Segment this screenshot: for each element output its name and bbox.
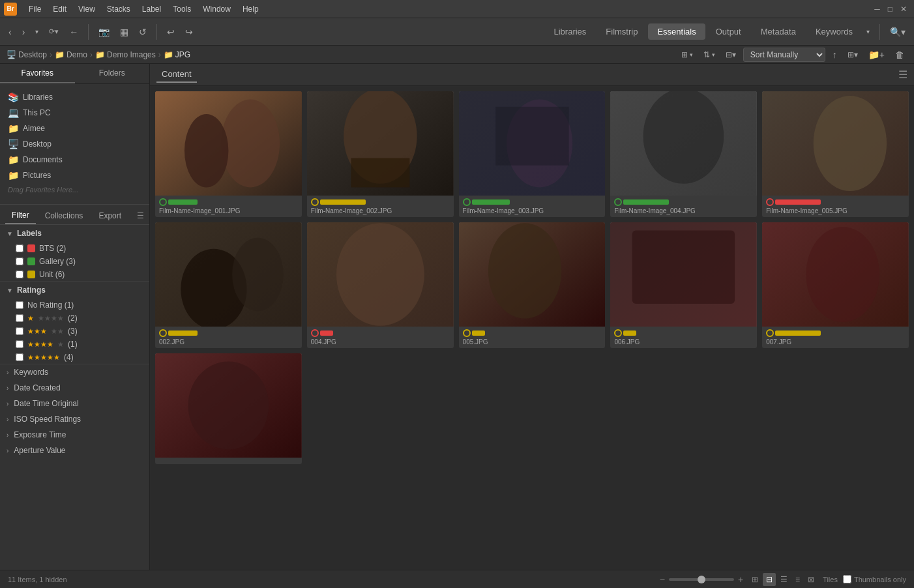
sort-options-button[interactable]: ⇅▾	[700, 48, 718, 61]
zoom-slider[interactable]	[669, 578, 734, 581]
zoom-out-button[interactable]: −	[660, 574, 665, 585]
fav-this-pc[interactable]: 💻 This PC	[0, 105, 149, 121]
menu-tools[interactable]: Tools	[168, 3, 196, 15]
fav-documents[interactable]: 📁 Documents	[0, 152, 149, 168]
filter-panel-menu[interactable]: ☰	[137, 211, 144, 220]
rotate-ccw-button[interactable]: ↺	[136, 25, 150, 39]
nav-dropdown-button[interactable]: ▾	[32, 26, 42, 37]
maximize-button[interactable]: □	[885, 3, 896, 16]
get-photos-button[interactable]: 📷	[95, 25, 113, 39]
rating-1star[interactable]: ★★★★★ (2)	[0, 312, 149, 325]
view-panel-button[interactable]: ⊞▾	[844, 48, 861, 61]
keywords-section-item[interactable]: › Keywords	[0, 364, 149, 380]
thumb-008[interactable]: 005.JPG	[459, 222, 606, 348]
sort-asc-button[interactable]: ↑	[829, 48, 840, 62]
tab-keywords[interactable]: Keywords	[806, 23, 862, 40]
thumbnails-only-label[interactable]: Thumbnails only	[843, 575, 906, 583]
rating-3star-checkbox[interactable]	[16, 327, 23, 335]
tab-output[interactable]: Output	[707, 23, 750, 40]
thumb-006[interactable]: 002.JPG	[155, 222, 302, 348]
nav-back-button[interactable]: ‹	[5, 25, 15, 39]
aperture-value-section-item[interactable]: › Aperture Value	[0, 443, 149, 458]
fav-aimee[interactable]: 📁 Aimee	[0, 121, 149, 136]
label-gallery[interactable]: Gallery (3)	[0, 255, 149, 268]
rating-3star[interactable]: ★★★★★ (3)	[0, 325, 149, 338]
date-created-section-item[interactable]: › Date Created	[0, 380, 149, 396]
thumb-004[interactable]: Film-Name-Image_004.JPG	[610, 91, 757, 217]
rating-1star-checkbox[interactable]	[16, 314, 23, 322]
breadcrumb-demo[interactable]: 📁 Demo	[55, 50, 87, 59]
filter-button[interactable]: ⊟▾	[722, 48, 739, 61]
zoom-in-button[interactable]: +	[738, 574, 743, 585]
tab-filter[interactable]: Filter	[5, 207, 36, 224]
menu-stacks[interactable]: Stacks	[102, 3, 136, 15]
rating-no-rating[interactable]: No Rating (1)	[0, 299, 149, 312]
breadcrumb-jpg[interactable]: 📁 JPG	[164, 50, 190, 59]
tab-filmstrip[interactable]: Filmstrip	[597, 23, 647, 40]
exposure-time-section-item[interactable]: › Exposure Time	[0, 427, 149, 443]
breadcrumb-demo-images[interactable]: 📁 Demo Images	[95, 50, 156, 59]
tab-libraries[interactable]: Libraries	[544, 23, 595, 40]
content-header-tab[interactable]: Content	[156, 66, 197, 83]
view-detail2-button[interactable]: ⊠	[804, 573, 818, 586]
close-button[interactable]: ✕	[897, 3, 910, 16]
label-bts[interactable]: BTS (2)	[0, 242, 149, 255]
filter-options-button[interactable]: ⊞▾	[678, 48, 696, 61]
thumb-007[interactable]: 004.JPG	[307, 222, 454, 348]
sort-select[interactable]: Sort ManuallyBy FilenameBy Date CreatedB…	[743, 48, 825, 62]
thumb-010[interactable]: 007.JPG	[762, 222, 909, 348]
menu-window[interactable]: Window	[198, 3, 236, 15]
thumb-011[interactable]	[155, 353, 302, 464]
back-button[interactable]: ←	[66, 25, 81, 39]
view-grid-large-button[interactable]: ⊞	[748, 573, 761, 586]
ratings-section-header[interactable]: ▼ Ratings	[0, 282, 149, 299]
thumb-001[interactable]: Film-Name-Image_001.JPG	[155, 91, 302, 217]
tab-export[interactable]: Export	[92, 208, 128, 224]
tab-collections[interactable]: Collections	[38, 208, 90, 224]
fav-libraries[interactable]: 📚 Libraries	[0, 89, 149, 105]
label-unit[interactable]: Unit (6)	[0, 268, 149, 281]
fav-desktop[interactable]: 🖥️ Desktop	[0, 136, 149, 152]
tab-folders[interactable]: Folders	[75, 64, 150, 83]
label-gallery-checkbox[interactable]	[16, 257, 23, 265]
rating-5star[interactable]: ★★★★★ (4)	[0, 351, 149, 364]
tab-favorites[interactable]: Favorites	[0, 64, 75, 83]
thumb-005[interactable]: Film-Name-Image_005.JPG	[762, 91, 909, 217]
rating-4star[interactable]: ★★★★★ (1)	[0, 338, 149, 351]
add-folder-button[interactable]: 📁+	[865, 48, 888, 62]
undo-button[interactable]: ↩	[164, 25, 178, 39]
thumb-002[interactable]: Film-Name-Image_002.JPG	[307, 91, 454, 217]
recent-files-button[interactable]: ⟳▾	[46, 25, 62, 38]
date-time-original-section-item[interactable]: › Date Time Original	[0, 396, 149, 411]
view-detail-button[interactable]: ≡	[792, 573, 803, 586]
view-list-button[interactable]: ☰	[777, 573, 791, 586]
batch-rename-button[interactable]: ▦	[117, 25, 132, 39]
minimize-button[interactable]: ─	[871, 3, 883, 16]
tab-essentials[interactable]: Essentials	[648, 23, 705, 40]
content-panel-menu[interactable]: ☰	[898, 68, 907, 81]
nav-forward-button[interactable]: ›	[19, 25, 29, 39]
search-button[interactable]: 🔍▾	[887, 25, 909, 39]
thumbnails-only-checkbox[interactable]	[843, 575, 851, 583]
menu-help[interactable]: Help	[237, 3, 264, 15]
labels-section-header[interactable]: ▼ Labels	[0, 225, 149, 242]
iso-speed-section-item[interactable]: › ISO Speed Ratings	[0, 411, 149, 427]
more-tabs-button[interactable]: ▾	[863, 26, 873, 37]
thumb-003[interactable]: Film-Name-Image_003.JPG	[459, 91, 606, 217]
label-unit-checkbox[interactable]	[16, 271, 23, 278]
tab-metadata[interactable]: Metadata	[752, 23, 805, 40]
view-grid-medium-button[interactable]: ⊟	[763, 573, 776, 586]
breadcrumb-desktop[interactable]: 🖥️ Desktop	[7, 50, 47, 59]
rating-5star-checkbox[interactable]	[16, 353, 23, 361]
thumb-009[interactable]: 006.JPG	[610, 222, 757, 348]
redo-button[interactable]: ↪	[182, 25, 196, 39]
menu-file[interactable]: File	[23, 3, 46, 15]
menu-view[interactable]: View	[73, 3, 100, 15]
rating-4star-checkbox[interactable]	[16, 340, 23, 348]
delete-button[interactable]: 🗑	[892, 48, 907, 62]
fav-pictures[interactable]: 📁 Pictures	[0, 168, 149, 183]
menu-label[interactable]: Label	[137, 3, 166, 15]
menu-edit[interactable]: Edit	[48, 3, 72, 15]
rating-no-rating-checkbox[interactable]	[16, 301, 23, 309]
label-bts-checkbox[interactable]	[16, 244, 23, 252]
